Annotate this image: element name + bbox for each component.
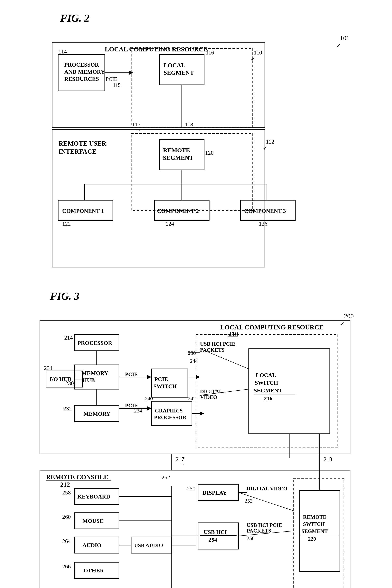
svg-text:118: 118 [185,121,193,128]
svg-text:LOCAL COMPUTING RESOURCE: LOCAL COMPUTING RESOURCE [105,45,208,53]
svg-text:PROCESSOR: PROCESSOR [154,414,186,420]
fig2-section: FIG. 2 100 ↙ LOCAL COMPUTING RESOURCE PR… [44,12,348,274]
svg-text:244: 244 [190,358,198,364]
svg-text:250: 250 [187,485,196,492]
svg-rect-13 [131,48,253,127]
fig3-title: FIG. 3 [50,290,358,302]
svg-text:252: 252 [245,498,252,504]
fig2-title: FIG. 2 [60,12,348,24]
svg-text:DISPLAY: DISPLAY [202,490,227,496]
svg-text:212: 212 [60,481,70,488]
svg-text:MEMORY: MEMORY [84,411,110,417]
svg-text:DIGITAL: DIGITAL [200,389,222,394]
svg-text:AUDIO: AUDIO [82,542,101,548]
svg-text:PCIE: PCIE [125,371,138,377]
svg-text:REMOTE: REMOTE [163,147,190,154]
svg-text:256: 256 [247,535,254,541]
svg-text:230: 230 [65,380,74,386]
svg-text:217: 217 [176,456,184,462]
svg-text:→: → [180,462,185,467]
svg-text:MOUSE: MOUSE [82,518,103,524]
fig3-section: FIG. 3 200 ↙ LOCAL COMPUTING RESOURCE 21… [34,290,358,588]
page: { "fig2": { "title": "FIG. 2", "ref_oute… [12,8,380,588]
svg-text:OTHER: OTHER [84,567,104,574]
svg-text:114: 114 [58,48,67,55]
svg-text:PCIE: PCIE [106,76,117,82]
svg-text:232: 232 [63,405,72,412]
svg-text:115: 115 [113,82,120,88]
svg-text:214: 214 [64,335,73,341]
svg-text:SWITCH: SWITCH [154,383,177,389]
svg-text:112: 112 [266,139,274,145]
svg-text:COMPONENT 1: COMPONENT 1 [62,208,104,214]
svg-text:REMOTE CONSOLE: REMOTE CONSOLE [46,473,108,481]
svg-text:110: 110 [254,49,262,56]
svg-text:REMOTE USER: REMOTE USER [58,140,106,147]
svg-text:↙: ↙ [263,145,267,151]
svg-text:PROCESSOR: PROCESSOR [64,62,99,68]
svg-text:SWITCH: SWITCH [255,380,278,386]
svg-text:REMOTE: REMOTE [303,514,326,520]
svg-text:218: 218 [324,456,332,462]
svg-text:216: 216 [264,395,272,401]
svg-text:254: 254 [208,537,217,543]
svg-text:MEMORY: MEMORY [82,370,108,376]
svg-text:PROCESSOR: PROCESSOR [78,340,112,346]
svg-text:DIGITAL VIDEO: DIGITAL VIDEO [247,486,288,492]
svg-text:INTERFACE: INTERFACE [58,148,96,155]
svg-text:COMPONENT 3: COMPONENT 3 [244,208,286,214]
svg-text:PCIE: PCIE [154,376,168,382]
svg-text:220: 220 [308,536,316,542]
svg-text:GRAPHICS: GRAPHICS [155,408,182,414]
svg-text:↙: ↙ [251,56,255,62]
svg-text:210: 210 [228,330,238,338]
svg-text:KEYBOARD: KEYBOARD [78,493,110,500]
svg-text:HUB: HUB [82,377,95,383]
svg-text:USB HCI PCIE: USB HCI PCIE [247,522,282,528]
fig2-diagram: 100 ↙ LOCAL COMPUTING RESOURCE PROCESSOR… [44,30,348,273]
svg-text:SEGMENT: SEGMENT [164,69,194,76]
svg-text:234: 234 [44,365,52,371]
svg-text:264: 264 [62,538,71,544]
svg-text:AND MEMORY: AND MEMORY [64,69,105,75]
svg-text:124: 124 [166,220,174,227]
svg-text:126: 126 [259,220,267,227]
svg-text:USB HCI: USB HCI [204,529,227,535]
svg-text:LOCAL COMPUTING RESOURCE: LOCAL COMPUTING RESOURCE [220,324,324,331]
svg-text:122: 122 [62,220,71,227]
svg-text:↙: ↙ [336,42,340,49]
svg-text:PACKETS: PACKETS [247,528,271,534]
svg-text:266: 266 [62,563,71,570]
svg-marker-95 [200,411,204,415]
svg-text:SEGMENT: SEGMENT [163,154,193,161]
svg-rect-59 [74,365,119,389]
svg-text:RESOURCES: RESOURCES [64,76,99,82]
fig3-diagram: 200 ↙ LOCAL COMPUTING RESOURCE 210 PROCE… [34,308,358,588]
svg-text:SWITCH: SWITCH [303,521,325,527]
svg-text:258: 258 [62,489,71,496]
svg-rect-136 [198,523,238,549]
svg-marker-86 [147,406,152,410]
svg-text:100: 100 [340,34,348,42]
svg-text:LOCAL: LOCAL [256,372,276,378]
svg-text:USB AUDIO: USB AUDIO [134,543,163,548]
svg-text:SEGMENT: SEGMENT [302,528,328,534]
svg-text:240: 240 [145,396,153,401]
svg-marker-71 [147,375,152,379]
svg-text:COMPONENT 2: COMPONENT 2 [157,208,199,214]
svg-rect-2 [52,42,265,127]
svg-text:200: 200 [344,312,354,320]
svg-text:120: 120 [205,150,214,156]
svg-text:242: 242 [188,396,196,401]
svg-rect-29 [131,133,253,210]
svg-text:LOCAL: LOCAL [164,62,185,68]
svg-text:116: 116 [206,49,214,56]
svg-text:262: 262 [162,474,170,480]
svg-text:260: 260 [62,514,71,520]
svg-marker-81 [196,375,200,379]
svg-text:↙: ↙ [340,321,344,327]
svg-text:USB HCI PCIE: USB HCI PCIE [200,341,236,347]
svg-text:SEGMENT: SEGMENT [254,387,282,393]
